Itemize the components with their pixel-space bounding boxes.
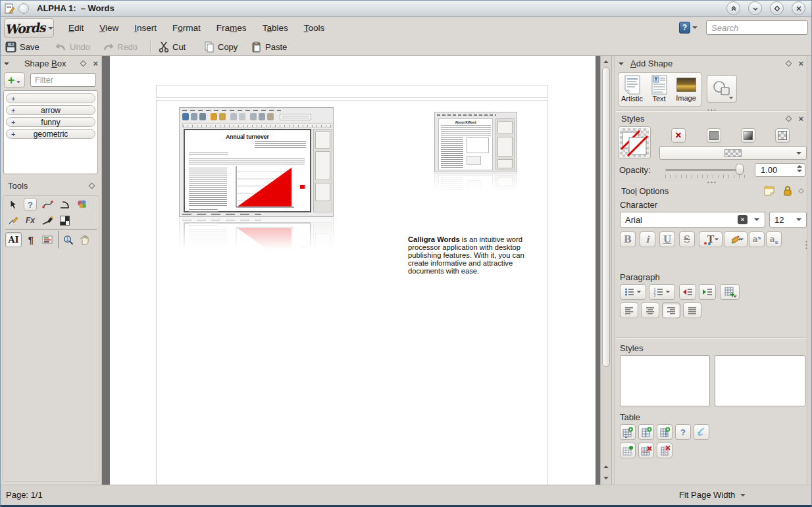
scroll-up-button-bottom[interactable] [601,462,611,472]
insert-table-of-contents-button[interactable] [720,284,740,300]
float-panel-icon[interactable] [786,60,792,67]
scroll-down-button[interactable] [601,473,611,483]
select-tool[interactable] [7,198,20,211]
gradient-pattern-tool[interactable] [58,214,71,227]
pattern-tool[interactable] [75,198,88,211]
paragraph-style-selector[interactable] [620,355,710,406]
italic-button[interactable]: i [640,231,655,247]
undo-button[interactable]: Undo [55,39,90,54]
titlebar[interactable]: ALPHA 1: – Words [0,0,812,17]
pan-tool[interactable] [77,232,91,247]
add-text-shape-button[interactable]: Text [646,73,672,106]
opacity-spinbox[interactable]: 1.00 [755,163,805,177]
paste-button[interactable]: Paste [251,39,287,54]
document-canvas[interactable]: Annual turnover [102,56,600,485]
header-frame[interactable] [156,85,548,98]
scroll-up-button[interactable] [601,57,611,67]
pattern-fill-button[interactable] [775,128,790,143]
align-left-button[interactable] [620,302,638,318]
arc-tool[interactable] [58,198,71,211]
superscript-button[interactable]: as [749,231,765,247]
zoom-mode-dropdown[interactable]: Fit Page Width [679,490,746,500]
opacity-slider-handle[interactable] [736,164,744,175]
add-image-button[interactable]: Image [672,73,699,106]
align-center-button[interactable] [641,302,659,318]
document-paragraph[interactable]: Calligra Words is an intuitive word proc… [408,235,539,275]
embedded-screenshot-about-kword[interactable]: About KWord [434,112,517,172]
spin-down-icon[interactable] [797,170,802,172]
shape-box-header[interactable]: Shape Box × [4,59,98,68]
effects-tool[interactable]: Fx [24,214,37,227]
bullet-list-button[interactable] [620,284,646,300]
menu-tools[interactable]: Tools [296,23,333,33]
table-back-button[interactable] [694,424,709,440]
align-right-button[interactable] [662,302,680,318]
font-family-combo[interactable]: Arial × [620,212,765,228]
solid-fill-button[interactable] [707,128,721,143]
float-panel-icon[interactable] [89,183,95,189]
styles-dock-header[interactable]: Styles × [621,114,803,124]
close-button[interactable] [792,1,805,15]
redo-button[interactable]: Redo [103,39,138,54]
vertical-scrollbar[interactable] [600,56,612,485]
menu-frames[interactable]: Frames [209,23,255,33]
splitter-dots[interactable] [707,109,716,111]
splitter-dots[interactable] [707,181,716,183]
search-input[interactable] [706,20,808,35]
fill-style-dropdown[interactable] [659,146,807,160]
character-style-selector[interactable] [715,355,805,406]
note-icon[interactable] [763,185,775,196]
decrease-indent-button[interactable] [679,284,696,300]
shape-chooser-button[interactable] [707,75,737,103]
tools-panel-header[interactable]: Tools [8,181,94,191]
bold-button[interactable]: B [620,231,636,247]
insert-column-button[interactable] [657,424,672,440]
document-page[interactable]: Annual turnover [110,56,596,485]
path-edit-tool[interactable] [41,198,54,211]
no-fill-button[interactable]: × [671,128,686,143]
font-size-combo[interactable]: 12 [769,212,807,228]
highlight-color-button[interactable] [724,231,748,247]
paragraph-tool[interactable]: ¶ [24,232,38,247]
keep-above-button[interactable] [726,1,740,15]
freehand-tool[interactable] [7,214,20,227]
lock-icon[interactable] [783,185,792,196]
collapse-icon[interactable] [619,62,624,65]
cut-button[interactable]: Cut [159,39,186,54]
expand-plus-icon[interactable]: + [11,106,15,115]
shape-category-row[interactable]: + [6,93,95,103]
expand-plus-icon[interactable]: + [11,94,15,103]
float-panel-icon[interactable] [798,188,803,193]
strikethrough-button[interactable]: S [679,231,695,247]
text-tool[interactable]: AI [5,232,22,247]
delete-row-button[interactable] [638,443,654,458]
tool-options-header[interactable]: Tool Options [621,185,803,196]
insert-table-button[interactable] [620,443,636,458]
shape-category-row[interactable]: +arrow [6,105,95,115]
insert-row-above-button[interactable] [620,424,636,440]
subscript-button[interactable]: as [766,231,782,247]
menu-format[interactable]: Format [165,23,209,33]
scrollbar-thumb[interactable] [602,67,610,367]
text-color-button[interactable]: T [699,231,723,247]
numbered-list-button[interactable]: 123 [649,284,675,300]
close-panel-icon[interactable]: × [798,114,803,123]
add-shape-collection-button[interactable]: + [4,72,25,88]
delete-column-button[interactable] [657,443,672,458]
references-tool[interactable] [39,232,55,247]
close-panel-icon[interactable]: × [798,59,803,68]
splitter-dots[interactable] [805,240,807,249]
minimize-button[interactable] [748,1,762,15]
add-shape-header[interactable]: Add Shape × [619,59,803,68]
menu-tables[interactable]: Tables [255,23,296,33]
align-justify-button[interactable] [683,302,701,318]
gradient-fill-button[interactable] [741,128,755,143]
menu-insert[interactable]: Insert [126,23,165,33]
clear-icon[interactable]: × [738,215,748,224]
window-menu-button[interactable] [18,3,29,14]
calligraphy-tool[interactable] [41,214,54,227]
collapse-icon[interactable] [4,62,9,65]
maximize-button[interactable] [770,1,784,15]
underline-button[interactable]: U [659,231,675,247]
expand-plus-icon[interactable]: + [11,118,15,127]
